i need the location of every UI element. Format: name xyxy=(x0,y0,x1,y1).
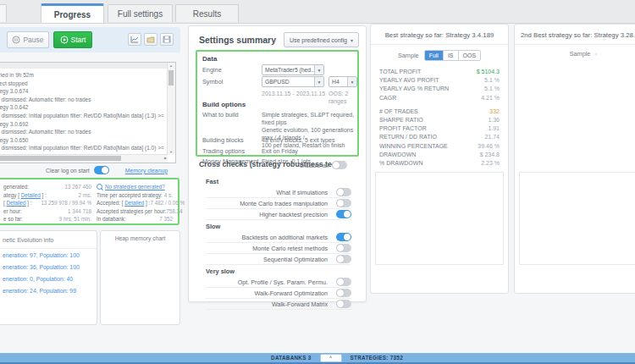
cross-check-toggle[interactable] xyxy=(336,278,351,286)
stat-row: DRAWDOWN$ 234.8 xyxy=(379,151,500,159)
island-generation-link[interactable]: eneration: 0, Population: 40 xyxy=(0,273,97,284)
chart-button[interactable] xyxy=(128,33,141,46)
stat-row: TOTAL PROFIT$ 5104.3 xyxy=(379,68,500,76)
detailed-link[interactable]: Detailed xyxy=(7,200,26,206)
memory-cleanup-link[interactable]: Memory cleanup xyxy=(125,168,168,174)
tab-partial[interactable] xyxy=(0,4,7,22)
tab-bar: Progress Full settings Results xyxy=(0,0,635,24)
heap-memory-chart xyxy=(103,245,179,319)
stat-value: 21.74 xyxy=(484,133,500,141)
symbol-select[interactable]: GBPUSD ▼ xyxy=(262,76,324,87)
stat-value: 1 344 718 xyxy=(68,207,91,216)
left-toolbar: Pause Start xyxy=(0,27,180,52)
use-predefined-config-button[interactable]: Use predefined config ▾ xyxy=(284,32,359,47)
sample-option-full[interactable]: Full xyxy=(425,51,443,60)
stat-label-text: ] : xyxy=(26,200,32,206)
best-strategy-panel: Best strategy so far: Strategy 3.4.189 S… xyxy=(370,24,509,294)
cross-check-toggle[interactable] xyxy=(336,210,351,218)
save-button[interactable] xyxy=(160,33,174,46)
chevron-down-icon: ▼ xyxy=(314,65,323,74)
stat-row: ategy [ Detailed ] :2 ms. xyxy=(3,191,91,200)
cross-check-toggle[interactable] xyxy=(336,289,351,297)
engine-value: MetaTrader5 (hed... xyxy=(262,65,314,74)
equity-chart xyxy=(520,173,635,264)
cross-check-toggle[interactable] xyxy=(336,199,351,207)
cross-check-toggle[interactable] xyxy=(336,188,351,196)
sample-option-oos[interactable]: OOS xyxy=(458,51,481,60)
chevron-down-icon: ▼ xyxy=(347,77,356,86)
stat-value: 1.36 xyxy=(488,116,500,124)
stat-row: CAGR4.21 % xyxy=(379,94,500,102)
cross-check-toggle[interactable] xyxy=(336,233,351,241)
cross-check-toggle[interactable] xyxy=(336,255,351,263)
sample-label: Sample xyxy=(570,50,591,58)
detailed-link[interactable]: No strategies generated? xyxy=(105,184,165,190)
engine-label: Engine xyxy=(202,66,222,74)
detailed-link[interactable]: Detailed xyxy=(124,200,144,206)
build-option-label: Trading options xyxy=(202,147,245,155)
genetic-evolution-title: netic Evolution info xyxy=(0,231,97,249)
chart-icon xyxy=(130,36,139,43)
clear-log-toggle[interactable] xyxy=(94,166,109,174)
disable-all-toggle[interactable] xyxy=(332,161,347,169)
log-vertical-scrollbar[interactable]: ▲ ▼ xyxy=(167,63,175,155)
start-button[interactable]: Start xyxy=(53,31,92,48)
scroll-down-icon[interactable]: ▼ xyxy=(168,150,174,154)
scroll-up-icon[interactable]: ▲ xyxy=(168,63,174,68)
equity-chart-frame xyxy=(519,172,635,265)
cross-check-label: Monte Carlo trades manipulation xyxy=(206,200,336,207)
stat-value: 4 s. xyxy=(164,191,173,200)
cross-check-label: Higher backtest precision xyxy=(206,211,336,218)
sample-selector-row: Sample FullISOOS xyxy=(371,45,508,65)
stat-row: PROFIT FACTOR1.91 xyxy=(379,124,500,133)
equity-chart xyxy=(376,173,503,264)
build-option-label: What to build xyxy=(202,111,239,119)
disable-all-label: Disable all xyxy=(300,162,329,169)
log-line: ategy 3.0.642 xyxy=(0,103,166,112)
build-option-line: Exit on Friday xyxy=(262,147,298,155)
stat-label: TOTAL PROFIT xyxy=(379,68,421,76)
strategies-count: STRATEGIES: 7352 xyxy=(351,355,403,361)
cross-check-toggle[interactable] xyxy=(336,300,351,308)
cross-check-group-title: Slow xyxy=(206,220,351,232)
timeframe-select[interactable]: H4 ▼ xyxy=(329,76,357,87)
horizontal-scroll-thumb[interactable] xyxy=(0,156,121,161)
data-section-title: Data xyxy=(202,55,217,63)
log-horizontal-scrollbar[interactable]: ▶ xyxy=(0,154,168,163)
stat-label-text: Accepted strategies per hour: xyxy=(97,208,166,214)
strategy-stats xyxy=(515,62,635,64)
caret-down-icon: ▾ xyxy=(351,37,353,43)
stat-label-text: In databank: xyxy=(97,216,126,222)
island-generation-link[interactable]: eneration: 97, Population: 100 xyxy=(0,249,97,261)
stat-value: 2.23 % xyxy=(481,159,500,168)
cross-check-row: Walk-Forward Matrix xyxy=(206,299,351,310)
settings-summary-card: Settings summary Use predefined config ▾… xyxy=(188,25,367,302)
export-button[interactable] xyxy=(144,33,157,46)
symbol-label: Symbol xyxy=(202,78,223,85)
detailed-link[interactable]: Detailed xyxy=(21,192,41,198)
cross-check-label: Walk-Forward Matrix xyxy=(206,301,336,308)
tab-full-settings[interactable]: Full settings xyxy=(108,4,173,22)
build-option-line: Simple strategies, SL&PT required, fixed… xyxy=(262,111,357,126)
tab-progress[interactable]: Progress xyxy=(41,3,104,23)
settings-summary-title: Settings summary xyxy=(199,35,276,45)
log-line: oject stopped xyxy=(0,80,166,88)
scroll-right-icon[interactable]: ▶ xyxy=(164,156,167,160)
cross-check-label: Opt. Profile / Sys. Param. Permu. xyxy=(206,279,336,286)
cross-checks-groups: FastWhat If simulationsMonte Carlo trade… xyxy=(206,175,351,310)
log-header-strip xyxy=(0,63,168,69)
sample-option-is[interactable]: IS xyxy=(443,51,458,60)
tab-results[interactable]: Results xyxy=(175,4,239,22)
island-generation-link[interactable]: eneration: 24, Population: 99 xyxy=(0,284,97,296)
cross-check-label: Walk-Forward Optimization xyxy=(206,290,336,297)
vertical-scroll-thumb[interactable] xyxy=(168,70,174,85)
island-generation-link[interactable]: eneration: 36, Population: 100 xyxy=(0,261,97,273)
stat-label: WINNING PERCENTAGE xyxy=(379,142,448,151)
pause-button[interactable]: Pause xyxy=(7,31,49,48)
engine-select[interactable]: MetaTrader5 (hed... ▼ xyxy=(262,64,324,75)
stat-value: 7 482 / 0.06 % xyxy=(150,199,185,207)
stat-label: Accepted: [ Detailed ] : xyxy=(97,199,150,207)
cross-check-toggle[interactable] xyxy=(336,244,351,252)
stat-row: generated:13 267 460 xyxy=(3,183,91,191)
collapse-statusbar-button[interactable]: ^ xyxy=(320,354,342,362)
